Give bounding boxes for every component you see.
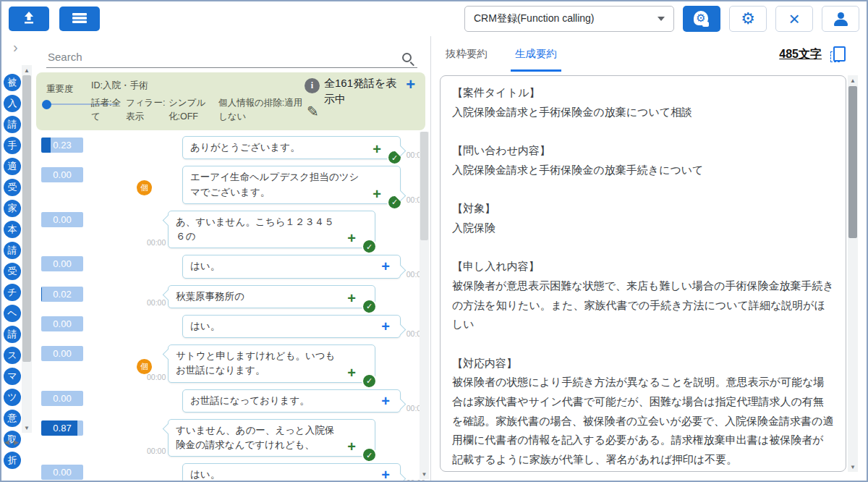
scroll-left-icon[interactable]: ◀ <box>4 439 9 446</box>
utterance-bubble[interactable]: はい。+ <box>182 315 401 338</box>
message-row: 0.00個エーアイ生命ヘルプデスク担当のツシマでございます。+✓00:00 <box>36 166 428 204</box>
utterance-bubble[interactable]: サトウと申しますけれども。いつもお世話になります。+✓ <box>168 344 375 383</box>
collapse-chevron-icon[interactable]: › <box>13 39 18 56</box>
list-view-button[interactable] <box>59 7 100 31</box>
add-to-summary-icon[interactable]: + <box>381 394 390 408</box>
add-to-summary-icon[interactable]: + <box>381 468 390 481</box>
chat-scrollbar[interactable]: ▼ <box>420 132 429 479</box>
search-input[interactable] <box>46 48 417 68</box>
utterance-bubble[interactable]: あ、すいません。こちら１２３４５６の+✓ <box>168 211 375 249</box>
tab-extract-summary[interactable]: 抜粋要約 <box>441 37 492 72</box>
copy-icon[interactable] <box>830 46 846 62</box>
add-to-summary-icon[interactable]: + <box>347 439 356 454</box>
ai-generate-button[interactable]: ⚙ <box>683 6 720 32</box>
person-icon <box>833 12 848 25</box>
message-body: ありがとうございます。+✓00:00 <box>83 136 428 159</box>
message-body: はい。+00:00 <box>83 255 428 278</box>
rail-keyword-item[interactable]: チ <box>4 284 21 301</box>
rail-keyword-item[interactable]: ヘ <box>4 305 21 322</box>
utterance-text: あ、すいません。こちら１２３４５６の <box>176 216 334 242</box>
rail-keyword-item[interactable]: マ <box>4 368 21 385</box>
timestamp: 00:00 <box>147 298 166 307</box>
utterance-text: ありがとうございます。 <box>190 142 300 153</box>
search-icon[interactable] <box>402 53 412 62</box>
scroll-right-icon[interactable]: ▶ <box>14 439 19 446</box>
message-row: 0.00はい。+00:00 <box>36 315 428 338</box>
utterance-bubble[interactable]: はい。+ <box>182 255 401 278</box>
rail-keyword-item[interactable]: 折 <box>4 452 21 469</box>
rail-keyword-item[interactable]: 受 <box>4 263 21 280</box>
prompt-select[interactable]: CRM登録(Function calling) <box>464 6 674 32</box>
scroll-up-icon[interactable]: ▲ <box>22 65 32 75</box>
add-to-summary-icon[interactable]: + <box>347 231 356 245</box>
timestamp: 00:00 <box>147 447 166 455</box>
edit-pencil-icon[interactable]: ✎ <box>307 103 319 120</box>
chat-scroll-down-icon[interactable]: ▼ <box>420 471 429 478</box>
close-button[interactable]: × <box>775 6 813 32</box>
rail-keyword-item[interactable]: 適 <box>4 158 21 175</box>
message-body: すいません、あのー、えっと入院保険金の請求なんですけれども、+✓00:00 <box>83 419 428 457</box>
upload-button[interactable] <box>9 7 49 31</box>
importance-score-badge: 0.00 <box>41 212 83 227</box>
add-to-summary-icon[interactable]: + <box>347 365 356 380</box>
chat-scrollbar-thumb[interactable] <box>420 132 428 240</box>
utterance-bubble[interactable]: はい。+ <box>182 463 401 481</box>
gear-icon: ⚙ <box>741 11 755 27</box>
rail-keyword-item[interactable]: 請 <box>4 116 21 133</box>
rail-keyword-item[interactable]: 家 <box>4 200 21 217</box>
rail-keyword-item[interactable]: 被 <box>4 74 21 91</box>
summary-text[interactable]: 【案件タイトル】 入院保険金請求と手術保険金の放棄について相談 【問い合わせ内容… <box>440 75 846 472</box>
message-row: 0.00お世話になっております。+00:00 <box>36 389 428 413</box>
prompt-select-value: CRM登録(Function calling) <box>474 12 594 25</box>
add-to-summary-icon[interactable]: + <box>381 319 390 334</box>
summary-scroll-up-icon[interactable]: ▲ <box>848 75 858 85</box>
importance-score-badge: 0.87 <box>41 420 83 436</box>
rail-keyword-item[interactable]: 入 <box>4 95 21 112</box>
settings-button[interactable]: ⚙ <box>729 6 767 32</box>
summary-scrollbar[interactable]: ▲ ▼ <box>848 75 858 472</box>
scroll-down-icon[interactable]: ▼ <box>22 423 32 433</box>
message-row: 0.00はい。+00:00 <box>36 463 428 481</box>
summary-wrap: 【案件タイトル】 入院保険金請求と手術保険金の放棄について相談 【問い合わせ内容… <box>440 75 856 472</box>
slider-knob[interactable] <box>42 100 51 109</box>
rail-keyword-item[interactable]: 本 <box>4 221 21 238</box>
rail-keyword-item[interactable]: ツ <box>4 389 21 406</box>
add-to-summary-icon[interactable]: + <box>373 187 381 201</box>
rail-keyword-item[interactable]: 請 <box>4 242 21 259</box>
rail-keyword-item[interactable]: 手 <box>4 137 21 154</box>
info-icon[interactable]: i <box>305 78 320 93</box>
add-icon[interactable]: + <box>406 77 415 93</box>
top-toolbar: CRM登録(Function calling) ⚙ ⚙ × <box>1 1 867 36</box>
utterance-bubble[interactable]: 秋葉原事務所の+✓ <box>168 285 375 308</box>
message-list: 0.23ありがとうございます。+✓00:000.00個エーアイ生命ヘルプデスク担… <box>36 132 428 481</box>
personal-info-badge: 個 <box>137 359 152 374</box>
utterance-bubble[interactable]: お世話になっております。+ <box>182 389 401 413</box>
message-row: 0.87すいません、あのー、えっと入院保険金の請求なんですけれども、+✓00:0… <box>36 419 428 457</box>
tab-generated-summary[interactable]: 生成要約 <box>511 37 561 72</box>
user-button[interactable] <box>822 6 859 32</box>
app-window: CRM登録(Function calling) ⚙ ⚙ × › <box>0 0 868 482</box>
add-to-summary-icon[interactable]: + <box>381 259 390 274</box>
call-id-label: ID:入院・手術 <box>91 80 148 92</box>
summary-scrollbar-thumb[interactable] <box>848 86 857 238</box>
rail-keyword-item[interactable]: ス <box>4 347 21 364</box>
rail-keyword-item[interactable]: 請 <box>4 326 21 343</box>
summary-scroll-down-icon[interactable]: ▼ <box>848 462 858 472</box>
utterance-text: はい。 <box>190 321 220 331</box>
add-to-summary-icon[interactable]: + <box>373 142 381 156</box>
keyword-rail: 被入請手適受家本請受チヘ請スマツ意取折 <box>3 74 22 469</box>
list-icon <box>72 12 87 26</box>
rail-keyword-item[interactable]: 意 <box>4 410 21 427</box>
chevron-down-icon <box>658 17 665 21</box>
timestamp: 00:00 <box>147 373 166 381</box>
close-icon: × <box>788 9 799 28</box>
rail-scrollbar[interactable]: ▲ ▼ <box>22 65 32 433</box>
utterance-bubble[interactable]: ありがとうございます。+✓ <box>182 136 401 159</box>
importance-score-badge: 0.00 <box>41 256 83 271</box>
rail-scrollbar-thumb[interactable] <box>22 75 31 362</box>
rail-keyword-item[interactable]: 受 <box>4 179 21 196</box>
utterance-bubble[interactable]: エーアイ生命ヘルプデスク担当のツシマでございます。+✓ <box>182 166 401 204</box>
utterance-bubble[interactable]: すいません、あのー、えっと入院保険金の請求なんですけれども、+✓ <box>168 419 375 457</box>
add-to-summary-icon[interactable]: + <box>347 291 356 305</box>
message-row: 0.00個サトウと申しますけれども。いつもお世話になります。+✓00:00 <box>36 344 428 383</box>
